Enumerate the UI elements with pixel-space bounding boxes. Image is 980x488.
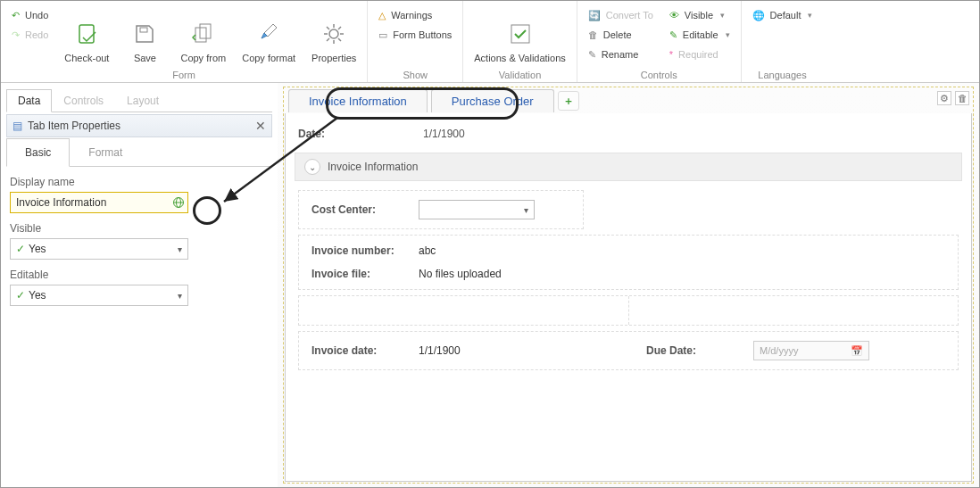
copyfrom-button[interactable]: Copy from [177,4,229,65]
formbuttons-label: Form Buttons [393,29,452,40]
pencil-icon: ✎ [669,29,677,41]
canvas: ⚙ 🗑 Invoice Information Purchase Order ＋… [283,87,974,484]
right-panel: ⚙ 🗑 Invoice Information Purchase Order ＋… [278,83,979,487]
checkout-icon [74,19,99,49]
undo-button[interactable]: ↶ Undo [8,6,52,24]
editable-label: Editable [683,29,718,40]
left-panel: Data Controls Layout ▤ Tab Item Properti… [1,83,278,487]
eye-icon: 👁 [669,10,679,21]
warnings-button[interactable]: △ Warnings [375,6,455,24]
group-form-label: Form [172,68,195,80]
required-button[interactable]: *Required [666,45,734,63]
sub-tab-basic[interactable]: Basic [6,138,70,167]
editable-button[interactable]: ✎Editable▾ [666,26,734,44]
visible-select[interactable]: ✓ Yes ▾ [10,238,188,260]
redo-button[interactable]: ↷ Redo [8,26,52,44]
section-title: Invoice Information [328,161,418,173]
doc-tabstrip: Invoice Information Purchase Order ＋ [285,88,972,113]
formbuttons-button[interactable]: ▭ Form Buttons [375,26,455,44]
displayname-input[interactable] [10,192,188,213]
left-tab-controls[interactable]: Controls [52,89,115,112]
date-value: 1/1/1900 [423,128,465,140]
asterisk-icon: * [669,49,673,60]
visible-field-label: Visible [10,222,269,235]
gear-icon [321,19,346,49]
close-icon[interactable]: ✕ [255,119,266,133]
editable-value: Yes [29,289,178,302]
visible-button[interactable]: 👁Visible▾ [666,6,734,24]
copyformat-button[interactable]: Copy format [238,4,299,65]
group-controls-label: Controls [641,68,677,80]
ribbon-group-validation: Actions & Validations Validation [463,1,577,82]
check-icon: ✓ [16,289,25,302]
save-button[interactable]: Save [121,4,168,65]
invoicefile-value: No files uploaded [419,268,502,280]
convertto-button[interactable]: 🔄Convert To [585,6,657,24]
default-language-button[interactable]: 🌐Default▾ [749,6,817,24]
doc-tab-purchaseorder[interactable]: Purchase Order [431,89,554,112]
undo-icon: ↶ [12,10,20,21]
ribbon: ↶ Undo ↷ Redo Check-out Save Copy from [1,1,979,83]
actions-validations-label: Actions & Validations [474,53,566,63]
displayname-label: Display name [10,176,269,188]
convert-icon: 🔄 [588,10,601,21]
rename-button[interactable]: ✎Rename [585,45,657,63]
empty-layout-row[interactable] [298,295,959,326]
checkout-button[interactable]: Check-out [61,4,112,65]
redo-icon: ↷ [12,29,20,41]
duedate-label: Due Date: [646,344,753,357]
globe-icon[interactable] [172,196,185,209]
form-buttons-icon: ▭ [378,29,387,41]
copyfrom-icon [192,19,215,49]
doc-tab-invoiceinfo[interactable]: Invoice Information [288,89,428,112]
property-header-title: Tab Item Properties [28,120,120,132]
calendar-icon: 📅 [851,345,863,357]
visible-value: Yes [29,243,178,255]
visible-label: Visible [685,10,713,21]
options-icon[interactable]: ⚙ [937,91,951,105]
svg-rect-3 [200,24,211,38]
duedate-placeholder: M/d/yyyy [760,345,798,356]
ribbon-group-show: △ Warnings ▭ Form Buttons Show [368,1,463,82]
sub-tab-format[interactable]: Format [70,138,141,167]
check-icon: ✓ [16,243,25,255]
delete-button[interactable]: 🗑Delete [585,26,657,44]
checkout-label: Check-out [64,53,109,63]
delete-icon[interactable]: 🗑 [955,91,969,105]
editable-field-label: Editable [10,269,269,281]
properties-label: Properties [311,53,356,63]
brush-icon [257,19,280,49]
duedate-input[interactable]: M/d/yyyy 📅 [753,341,869,360]
date-label: Date: [298,128,423,140]
collapse-icon[interactable]: ⌄ [304,159,320,175]
date-row: Date: 1/1/1900 [295,120,962,147]
section-header[interactable]: ⌄ Invoice Information [295,153,962,181]
chevron-down-icon: ▾ [178,291,182,301]
svg-rect-2 [195,28,206,42]
save-label: Save [134,53,156,63]
tab-item-icon: ▤ [12,120,22,132]
invoicenumber-label: Invoice number: [311,244,419,257]
svg-point-4 [329,29,338,38]
sub-tabs: Basic Format [6,137,272,167]
left-tab-layout[interactable]: Layout [115,89,170,112]
required-label: Required [678,49,718,60]
add-tab-button[interactable]: ＋ [558,91,579,111]
trash-icon: 🗑 [588,29,598,40]
canvas-tools: ⚙ 🗑 [937,91,969,105]
invoicenumber-value: abc [419,244,436,257]
costcenter-dropdown[interactable]: ▾ [419,200,535,219]
svg-line-9 [327,27,329,29]
costcenter-label: Cost Center: [311,203,419,216]
left-tab-data[interactable]: Data [6,89,52,112]
left-tabs: Data Controls Layout [6,88,272,112]
properties-button[interactable]: Properties [308,4,360,65]
editable-select[interactable]: ✓ Yes ▾ [10,285,188,306]
chevron-down-icon: ▾ [808,11,812,20]
costcenter-group: Cost Center: ▾ [298,190,584,229]
group-validation-label: Validation [499,68,542,80]
ribbon-group-controls: 🔄Convert To 🗑Delete ✎Rename 👁Visible▾ ✎E… [577,1,742,82]
redo-label: Redo [25,29,48,40]
undo-label: Undo [25,10,48,21]
actions-validations-button[interactable]: Actions & Validations [470,4,569,65]
